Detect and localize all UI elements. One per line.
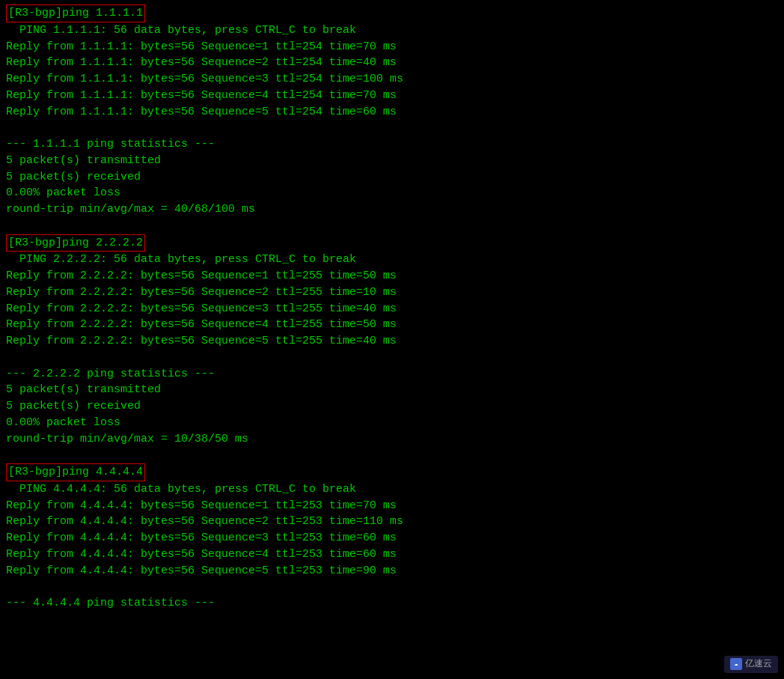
stat-line: --- 2.2.2.2 ping statistics --- [6,366,778,383]
blank-line [6,218,778,234]
watermark-icon: ☁ [730,658,742,670]
stat-line: 0.00% packet loss [6,415,778,431]
reply-line: Reply from 4.4.4.4: bytes=56 Sequence=2 … [6,514,778,530]
reply-line: Reply from 4.4.4.4: bytes=56 Sequence=1 … [6,498,778,514]
blank-line [6,579,778,595]
stat-line: 5 packet(s) received [6,398,778,415]
reply-line: Reply from 4.4.4.4: bytes=56 Sequence=4 … [6,546,778,563]
reply-line: Reply from 2.2.2.2: bytes=56 Sequence=2 … [6,284,778,301]
prompt-line-ping3: [R3-bgp]ping 4.4.4.4 [6,463,778,481]
terminal-output: [R3-bgp]ping 1.1.1.1PING 1.1.1.1: 56 dat… [6,4,778,612]
stat-line: --- 1.1.1.1 ping statistics --- [6,136,778,153]
reply-line: Reply from 1.1.1.1: bytes=56 Sequence=5 … [6,104,778,121]
stat-line: round-trip min/avg/max = 10/38/50 ms [6,431,778,448]
stat-line: 5 packet(s) transmitted [6,153,778,169]
reply-line: Reply from 1.1.1.1: bytes=56 Sequence=3 … [6,71,778,88]
reply-line: Reply from 2.2.2.2: bytes=56 Sequence=4 … [6,317,778,333]
reply-line: Reply from 4.4.4.4: bytes=56 Sequence=5 … [6,563,778,579]
reply-line: Reply from 2.2.2.2: bytes=56 Sequence=1 … [6,268,778,284]
ping-info-ping3: PING 4.4.4.4: 56 data bytes, press CTRL_… [6,481,778,498]
ping-info-ping1: PING 1.1.1.1: 56 data bytes, press CTRL_… [6,22,778,39]
ping-info-ping2: PING 2.2.2.2: 56 data bytes, press CTRL_… [6,252,778,268]
reply-line: Reply from 2.2.2.2: bytes=56 Sequence=5 … [6,333,778,350]
stat-line: round-trip min/avg/max = 40/68/100 ms [6,201,778,218]
reply-line: Reply from 4.4.4.4: bytes=56 Sequence=3 … [6,530,778,546]
prompt-line-ping2: [R3-bgp]ping 2.2.2.2 [6,234,778,252]
watermark-text: 亿速云 [745,658,772,671]
reply-line: Reply from 1.1.1.1: bytes=56 Sequence=4 … [6,88,778,104]
blank-line [6,447,778,463]
stat-line: 0.00% packet loss [6,185,778,201]
stat-line: --- 4.4.4.4 ping statistics --- [6,595,778,612]
reply-line: Reply from 1.1.1.1: bytes=56 Sequence=1 … [6,39,778,55]
prompt-line-ping1: [R3-bgp]ping 1.1.1.1 [6,4,778,22]
blank-line [6,350,778,366]
stat-line: 5 packet(s) transmitted [6,382,778,398]
reply-line: Reply from 2.2.2.2: bytes=56 Sequence=3 … [6,301,778,317]
watermark-badge: ☁ 亿速云 [724,656,778,673]
blank-line [6,120,778,136]
stat-line: 5 packet(s) received [6,169,778,186]
reply-line: Reply from 1.1.1.1: bytes=56 Sequence=2 … [6,55,778,71]
